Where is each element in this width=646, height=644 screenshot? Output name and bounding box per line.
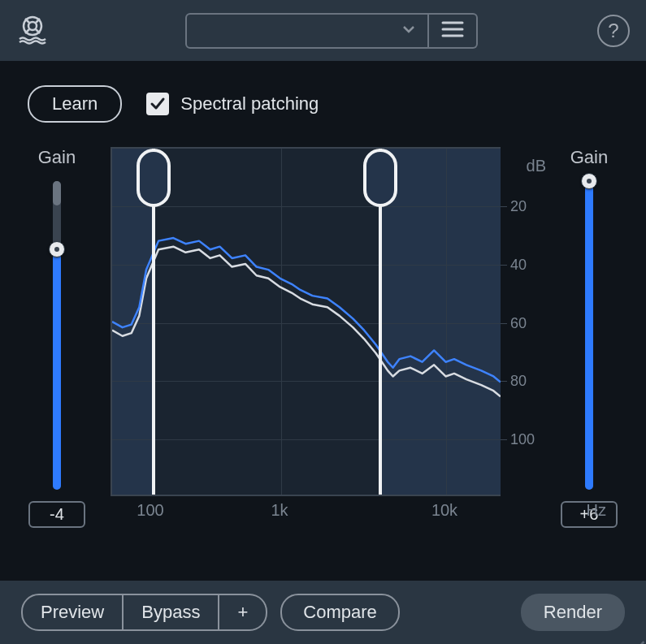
y-tick: 40 — [501, 257, 527, 274]
x-tick: 100 — [137, 501, 163, 520]
svg-point-1 — [28, 22, 37, 30]
spectral-patching-label: Spectral patching — [180, 93, 319, 115]
svg-line-4 — [25, 29, 29, 33]
x-axis: 100 1k 10k Hz — [111, 501, 501, 525]
gain-right-slider[interactable] — [585, 181, 593, 490]
y-axis-unit: dB — [527, 157, 546, 175]
spectral-patching-checkbox[interactable]: Spectral patching — [146, 93, 319, 115]
learn-button[interactable]: Learn — [28, 85, 122, 123]
low-freq-handle[interactable] — [152, 149, 155, 495]
checkbox-icon — [146, 93, 169, 115]
lifesaver-icon — [16, 13, 49, 49]
y-tick: 60 — [501, 315, 527, 332]
y-tick: 20 — [501, 198, 527, 215]
svg-line-2 — [25, 19, 29, 23]
resize-grip-icon[interactable] — [631, 629, 644, 642]
menu-button[interactable] — [429, 13, 478, 49]
gain-left-value[interactable]: -4 — [28, 501, 85, 528]
gain-right-label: Gain — [570, 147, 608, 168]
gain-left-slider[interactable] — [53, 181, 61, 490]
svg-line-5 — [36, 29, 40, 33]
gain-left-label: Gain — [38, 147, 76, 168]
help-button[interactable]: ? — [597, 15, 630, 47]
y-tick: 100 — [501, 431, 535, 448]
help-icon: ? — [608, 19, 618, 42]
compare-button[interactable]: Compare — [280, 594, 399, 631]
y-tick: 80 — [501, 373, 527, 390]
x-axis-unit: Hz — [587, 501, 606, 520]
chevron-down-icon — [401, 22, 416, 40]
render-button[interactable]: Render — [521, 594, 625, 631]
x-tick: 10k — [431, 501, 457, 520]
y-axis: dB 20 40 60 80 100 — [501, 147, 541, 496]
hamburger-icon — [441, 20, 464, 41]
high-freq-handle[interactable] — [379, 149, 382, 495]
preset-select[interactable] — [185, 13, 429, 49]
spectrum-plot[interactable] — [111, 147, 501, 496]
svg-line-3 — [36, 19, 40, 23]
preview-button[interactable]: Preview — [21, 594, 124, 631]
add-module-button[interactable]: + — [219, 594, 267, 631]
bypass-button[interactable]: Bypass — [124, 594, 219, 631]
x-tick: 1k — [271, 501, 288, 520]
